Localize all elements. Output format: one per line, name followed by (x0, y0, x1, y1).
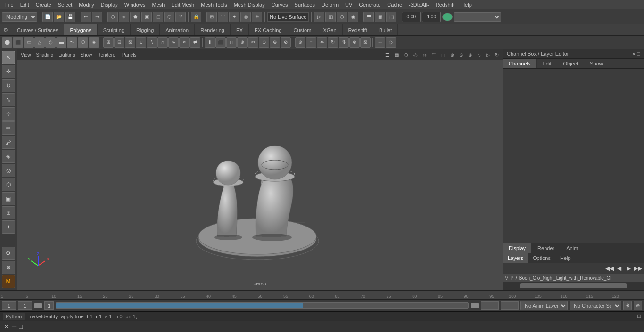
poly-torus-btn[interactable]: ◎ (45, 37, 56, 48)
tool-17[interactable]: ⊕ (2, 261, 15, 274)
edit3-btn[interactable]: ⊙ (259, 37, 269, 48)
workspace-selector[interactable]: Modeling (2, 12, 37, 22)
edit-tab[interactable]: Edit (537, 59, 557, 68)
anim-range-end-input[interactable]: 200 (501, 301, 519, 310)
select-tool-btn[interactable]: ↖ (2, 51, 15, 64)
window-maximize-btn[interactable]: □ (19, 323, 23, 330)
render-tab[interactable]: Render (532, 243, 561, 253)
edit2-btn[interactable]: ✂ (248, 37, 258, 48)
view-btn1[interactable]: ☰ (363, 12, 374, 22)
tab-redshift[interactable]: Redshift (343, 24, 373, 35)
sculpt-btn[interactable]: 🖌 (2, 136, 15, 149)
edit5-btn[interactable]: ⊘ (281, 37, 291, 48)
menu-create[interactable]: Create (33, 0, 55, 9)
poke-btn[interactable]: ⊹ (375, 37, 385, 48)
viewport-view-menu[interactable]: View (19, 52, 33, 57)
vp-icon-11[interactable]: ∿ (475, 52, 483, 57)
poly-cone-btn[interactable]: △ (34, 37, 45, 48)
frame-field-3[interactable] (44, 301, 54, 310)
tab-rendering[interactable]: Rendering (195, 24, 231, 35)
layer-prev-prev-btn[interactable]: ◀◀ (605, 264, 614, 273)
display-tab[interactable]: Display (503, 243, 532, 253)
layer-next-btn[interactable]: ▶ (624, 264, 633, 273)
vp-icon-6[interactable]: ⬚ (430, 52, 438, 57)
current-frame-input[interactable] (2, 301, 16, 310)
right-panel-maximize[interactable]: □ (637, 51, 640, 57)
poly-helix-btn[interactable]: 〜 (67, 37, 77, 48)
menu-file[interactable]: File (2, 0, 17, 9)
bridge-btn[interactable]: ⬛ (215, 37, 226, 48)
transfer-btn[interactable]: ⇄ (190, 37, 200, 48)
gamma-selector[interactable]: sRGB gamma (454, 12, 501, 22)
anim-settings-btn[interactable]: ⚙ (623, 301, 632, 310)
poly-sphere-btn[interactable]: ⬤ (2, 37, 12, 48)
last-tool-btn[interactable]: ⊹ (2, 107, 15, 121)
snap-surface[interactable]: ◎ (240, 12, 251, 22)
vp-icon-5[interactable]: ≋ (421, 52, 429, 57)
vp-icon-10[interactable]: ⊕ (466, 52, 474, 57)
tool-11[interactable]: ▣ (2, 192, 15, 205)
flip-btn[interactable]: ⇅ (339, 37, 349, 48)
vp-icon-2[interactable]: ▦ (393, 52, 401, 57)
options-tab[interactable]: Options (528, 253, 555, 263)
viewport-canvas[interactable]: X Y Z persp (17, 49, 503, 290)
bool-inter-btn[interactable]: ∩ (157, 37, 168, 48)
menu-uv[interactable]: UV (342, 0, 355, 9)
maya-icon-btn[interactable]: M (2, 275, 15, 288)
collapse-btn[interactable]: ⊗ (349, 37, 360, 48)
anim-tab[interactable]: Anim (561, 243, 584, 253)
menu-generate[interactable]: Generate (355, 0, 384, 9)
tool-8[interactable]: ◈ (2, 150, 15, 163)
view-btn3[interactable]: ⬚ (386, 12, 396, 22)
menu-3dtoall[interactable]: -3DtoAll- (405, 0, 432, 9)
soft-sel-btn[interactable]: ◎ (2, 164, 15, 177)
poly-prism-btn[interactable]: ⬡ (78, 37, 88, 48)
menu-display[interactable]: Display (98, 0, 121, 9)
tool-13[interactable]: ✦ (2, 220, 15, 234)
tool-12[interactable]: ⊞ (2, 206, 15, 219)
extract-btn[interactable]: ⊠ (125, 37, 135, 48)
anim-range-start-input[interactable]: 120 (481, 301, 499, 310)
tool-settings-btn[interactable]: ⚙ (2, 247, 15, 260)
viewport-shading-menu[interactable]: Shading (34, 52, 56, 57)
view-btn2[interactable]: ▦ (375, 12, 385, 22)
tab-animation[interactable]: Animation (160, 24, 195, 35)
separate-btn[interactable]: ⊟ (114, 37, 124, 48)
colorspace-icon[interactable] (442, 13, 453, 21)
tab-sculpting[interactable]: Sculpting (98, 24, 131, 35)
menu-mesh[interactable]: Mesh (149, 0, 168, 9)
char-set-selector[interactable]: No Character Set (570, 301, 621, 310)
select-mode-4[interactable]: ▣ (141, 12, 152, 22)
menu-mesh-tools[interactable]: Mesh Tools (198, 0, 230, 9)
viewport[interactable]: View Shading Lighting Show Renderer Pane… (17, 49, 503, 290)
new-scene-button[interactable]: 📄 (42, 12, 53, 22)
vp-icon-8[interactable]: ⊛ (448, 52, 456, 57)
menu-edit-mesh[interactable]: Edit Mesh (168, 0, 198, 9)
menu-cache[interactable]: Cache (384, 0, 405, 9)
scale-tool-btn[interactable]: ⤡ (2, 93, 15, 106)
edit4-btn[interactable]: ⊛ (270, 37, 280, 48)
object-tab[interactable]: Object (557, 59, 584, 68)
combine-btn[interactable]: ⊞ (103, 37, 114, 48)
vp-icon-13[interactable]: ↻ (493, 52, 501, 57)
vp-icon-1[interactable]: ☰ (383, 52, 391, 57)
menu-edit[interactable]: Edit (17, 0, 33, 9)
anim-keying-btn[interactable]: ⊕ (634, 301, 642, 310)
vp-icon-3[interactable]: ⬡ (402, 52, 410, 57)
menu-deform[interactable]: Deform (318, 0, 342, 9)
python-expand-icon[interactable]: ⊞ (637, 313, 641, 319)
timeline-range-slider[interactable] (56, 302, 469, 309)
smooth-btn[interactable]: ∿ (168, 37, 179, 48)
render-btn3[interactable]: ⬡ (337, 12, 347, 22)
poly-special-btn[interactable]: ◈ (89, 37, 99, 48)
tab-custom[interactable]: Custom (288, 24, 318, 35)
frame-field-2[interactable] (18, 301, 32, 310)
layer-scrollbar[interactable] (506, 283, 641, 288)
tab-polygons[interactable]: Polygons (64, 24, 97, 35)
offset-loop-btn[interactable]: ≡ (306, 37, 316, 48)
poly-cube-btn[interactable]: ⬛ (13, 37, 23, 48)
viewport-renderer-menu[interactable]: Renderer (95, 52, 119, 57)
layer-visibility-toggle[interactable]: V (505, 275, 508, 281)
vp-icon-12[interactable]: ▷ (484, 52, 492, 57)
slide-edge-btn[interactable]: ⇔ (317, 37, 327, 48)
